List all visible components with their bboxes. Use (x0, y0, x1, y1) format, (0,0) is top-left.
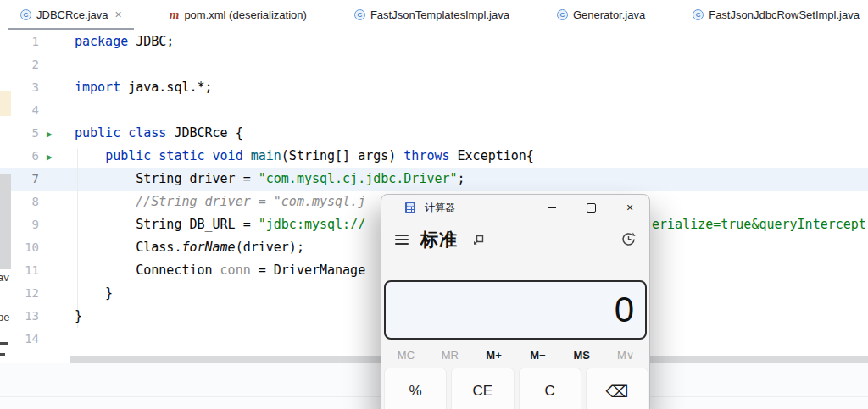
maven-icon: m (170, 9, 180, 20)
tab-label: FastJsonJdbcRowSetImpl.java (709, 8, 860, 21)
calculator-mode-label: 标准 (420, 228, 458, 251)
class-icon: C (354, 9, 365, 20)
code-text: String driver = "com.mysql.cj.jdbc.Drive… (75, 168, 465, 191)
keep-on-top-button[interactable] (471, 233, 486, 247)
memory-button-m[interactable]: M− (515, 344, 559, 368)
class-icon: C (557, 9, 568, 20)
tab-generator-java[interactable]: CGenerator.java (545, 0, 657, 30)
calculator-keypad: %CEC⌫ (384, 368, 648, 409)
code-line-7: 7 String driver = "com.mysql.cj.jdbc.Dri… (0, 168, 868, 191)
code-line-1: 1package JDBC; (0, 30, 868, 53)
close-button[interactable]: × (610, 195, 649, 220)
tab-label: Generator.java (573, 8, 645, 21)
calculator-window: 计算器 × 标准 0 MCMRM+M−MSM∨ %CEC⌫ (381, 194, 650, 409)
line-number[interactable]: 1 (0, 30, 39, 53)
code-text: import java.sql.*; (75, 76, 213, 99)
line-number[interactable]: 2 (0, 53, 39, 76)
code-text: //String driver = "com.mysql.j (75, 191, 365, 213)
tab-pom-xml-deserialization-[interactable]: mpom.xml (deserialization) (158, 0, 319, 30)
calculator-display: 0 (384, 280, 647, 340)
memory-button-m[interactable]: M+ (472, 344, 516, 368)
hamburger-menu-button[interactable] (395, 235, 409, 245)
history-button[interactable] (620, 231, 637, 247)
tab-label: pom.xml (deserialization) (184, 8, 307, 21)
code-line-5: 5▶public class JDBCRce { (0, 122, 868, 145)
class-icon: C (20, 9, 31, 20)
line-number[interactable]: 6 (0, 145, 39, 168)
maximize-button[interactable] (571, 195, 610, 220)
code-text: } (75, 282, 113, 305)
code-text: Class.forName(driver); (75, 236, 304, 259)
background-window-sliver (0, 91, 11, 116)
code-text: Connection conn = DriverManage (75, 259, 365, 282)
background-text-fragment: pe (0, 311, 9, 323)
line-number[interactable]: 5 (0, 122, 39, 145)
memory-button-mr: MR (428, 344, 472, 368)
background-window-sliver (0, 174, 11, 269)
clear-key[interactable]: C (519, 368, 581, 409)
memory-button-row: MCMRM+M−MSM∨ (384, 344, 648, 368)
memory-button-m: M∨ (604, 344, 648, 368)
maximize-icon (587, 203, 596, 213)
backspace-key[interactable]: ⌫ (586, 368, 648, 409)
code-line-4: 4 (0, 99, 868, 122)
code-text: String DB_URL = "jdbc:mysql:// (75, 213, 365, 236)
tab-fastjsontemplatesimpl-java[interactable]: CFastJsonTemplatesImpl.java (342, 0, 521, 30)
background-window-sliver (0, 342, 8, 345)
minimize-icon (548, 207, 556, 208)
run-icon[interactable]: ▶ (47, 146, 53, 169)
code-text: } (75, 305, 82, 328)
calculator-display-value: 0 (615, 290, 634, 330)
background-window-sliver (0, 353, 5, 356)
run-icon[interactable]: ▶ (47, 123, 53, 146)
memory-button-mc: MC (384, 344, 428, 368)
memory-button-ms[interactable]: MS (559, 344, 604, 368)
class-icon: C (693, 9, 704, 20)
line-number[interactable]: 12 (0, 282, 39, 305)
editor-tab-bar: CJDBCRce.java×mpom.xml (deserialization)… (0, 0, 868, 30)
code-line-2: 2 (0, 53, 868, 76)
code-text: public class JDBCRce { (75, 122, 243, 145)
calculator-window-title: 计算器 (425, 201, 455, 215)
code-text: package JDBC; (75, 30, 174, 53)
code-text: public static void main(String[] args) t… (75, 145, 534, 168)
clear-entry-key[interactable]: CE (451, 368, 514, 409)
code-line-9-right-fragment: erialize=true&queryIntercept (652, 213, 866, 236)
calculator-app-icon (404, 201, 416, 214)
code-line-6: 6▶ public static void main(String[] args… (0, 145, 868, 168)
tab-label: JDBCRce.java (36, 8, 108, 21)
percent-key[interactable]: % (384, 368, 447, 409)
tab-fastjsonjdbcrowsetimpl-java[interactable]: CFastJsonJdbcRowSetImpl.java (681, 0, 868, 30)
code-line-3: 3import java.sql.*; (0, 76, 868, 99)
calculator-title-bar[interactable]: 计算器 (381, 195, 455, 220)
tab-jdbcrce-java[interactable]: CJDBCRce.java× (8, 0, 134, 30)
background-text-fragment: av (0, 271, 9, 284)
line-number[interactable]: 14 (0, 328, 39, 351)
minimize-button[interactable] (532, 195, 571, 220)
tab-label: FastJsonTemplatesImpl.java (370, 8, 509, 21)
close-tab-icon[interactable]: × (115, 9, 122, 20)
